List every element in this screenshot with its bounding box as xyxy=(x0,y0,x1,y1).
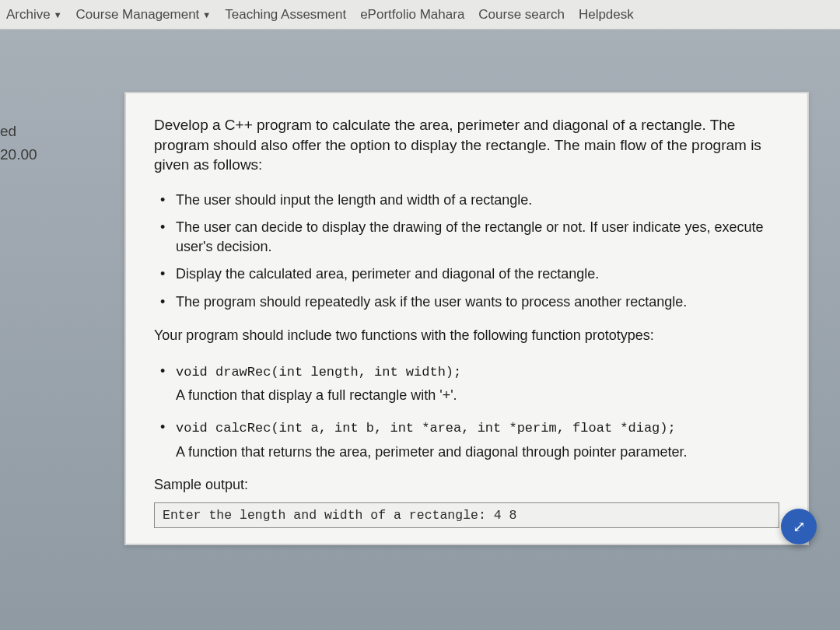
sidebar-status-label: ed xyxy=(0,123,117,140)
nav-course-search[interactable]: Course search xyxy=(478,7,565,23)
list-item: The user should input the length and wid… xyxy=(154,191,779,210)
caret-down-icon: ▼ xyxy=(202,10,211,19)
nav-portfolio-label: ePortfolio Mahara xyxy=(360,7,464,23)
list-item: void drawRec(int length, int width); A f… xyxy=(154,361,779,407)
functions-intro: Your program should include two function… xyxy=(154,327,779,344)
nav-helpdesk-label: Helpdesk xyxy=(579,7,634,23)
list-item: Display the calculated area, perimeter a… xyxy=(154,264,779,284)
expand-fab-button[interactable]: ⤢ xyxy=(781,509,817,544)
nav-course-management[interactable]: Course Management ▼ xyxy=(76,7,212,23)
caret-down-icon: ▼ xyxy=(54,10,62,19)
nav-archive-label: Archive xyxy=(6,7,51,23)
sidebar-score: 20.00 xyxy=(0,146,117,163)
question-panel: Develop a C++ program to calculate the a… xyxy=(124,92,809,545)
sidebar: ed 20.00 xyxy=(0,61,117,545)
nav-teaching-label: Teaching Assesment xyxy=(225,7,346,23)
intro-paragraph: Develop a C++ program to calculate the a… xyxy=(154,115,779,175)
nav-course-mgmt-label: Course Management xyxy=(76,7,200,23)
func-description: A function that returns the area, perime… xyxy=(176,442,779,463)
sample-output-label: Sample output: xyxy=(154,477,779,493)
list-item: void calcRec(int a, int b, int *area, in… xyxy=(154,417,779,463)
func-prototype: void calcRec(int a, int b, int *area, in… xyxy=(176,421,676,436)
expand-icon: ⤢ xyxy=(793,517,806,536)
nav-helpdesk[interactable]: Helpdesk xyxy=(579,7,634,23)
list-item: The program should repeatedly ask if the… xyxy=(154,292,779,312)
sample-output-text: Enter the length and width of a rectangl… xyxy=(163,508,516,523)
page-wrap: ed 20.00 Develop a C++ program to calcul… xyxy=(0,30,840,545)
list-item: The user can decide to display the drawi… xyxy=(154,218,779,257)
nav-teaching-assessment[interactable]: Teaching Assesment xyxy=(225,7,346,23)
sample-output-box: Enter the length and width of a rectangl… xyxy=(154,502,779,528)
nav-archive[interactable]: Archive ▼ xyxy=(6,7,62,23)
top-navbar: Archive ▼ Course Management ▼ Teaching A… xyxy=(0,0,840,30)
func-prototype: void drawRec(int length, int width); xyxy=(176,365,461,380)
nav-eportfolio[interactable]: ePortfolio Mahara xyxy=(360,7,464,23)
function-list: void drawRec(int length, int width); A f… xyxy=(154,361,779,463)
flow-list: The user should input the length and wid… xyxy=(154,191,779,312)
nav-search-label: Course search xyxy=(478,7,565,23)
func-description: A function that display a full rectangle… xyxy=(176,385,779,406)
